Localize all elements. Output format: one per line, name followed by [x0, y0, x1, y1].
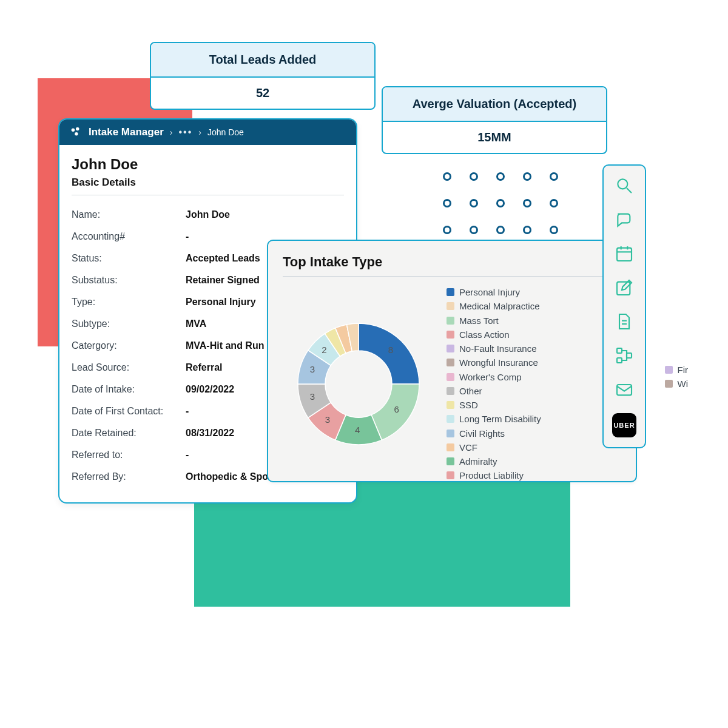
legend-swatch — [447, 288, 454, 296]
total-leads-value: 52 — [151, 78, 374, 109]
legend-swatch — [447, 430, 454, 437]
legend-label: Mass Tort — [459, 314, 499, 328]
detail-value: Referral — [186, 362, 222, 373]
calendar-icon[interactable] — [614, 243, 635, 264]
edit-icon[interactable] — [614, 277, 635, 298]
svg-line-4 — [627, 188, 632, 193]
record-name-heading: John Doe — [72, 156, 344, 173]
avg-valuation-value: 15MM — [383, 122, 606, 153]
donut-slice — [359, 323, 419, 384]
detail-label: Catergory: — [72, 340, 181, 351]
detail-value: MVA-Hit and Run — [186, 340, 264, 351]
detail-label: Accounting# — [72, 231, 181, 242]
legend-swatch — [447, 317, 454, 325]
svg-rect-13 — [627, 353, 632, 358]
legend-swatch — [447, 345, 454, 352]
total-leads-title: Total Leads Added — [151, 43, 374, 78]
quick-action-sidebar: UBER — [602, 164, 646, 448]
uber-app-icon[interactable]: UBER — [612, 413, 636, 437]
legend-swatch — [447, 457, 454, 465]
legend-label: Civil Rights — [459, 426, 505, 440]
detail-value: - — [186, 450, 189, 460]
legend-swatch — [447, 401, 454, 409]
legend-swatch — [447, 331, 454, 339]
legend-label: VCF — [459, 440, 477, 454]
svg-rect-9 — [617, 282, 630, 295]
detail-value: 08/31/2022 — [186, 428, 234, 439]
legend-item: Long Term Disability — [447, 412, 541, 426]
app-title: Intake Manager — [89, 126, 164, 138]
decorative-dot-grid — [443, 172, 558, 234]
svg-rect-12 — [617, 348, 622, 353]
detail-row: Name:John Doe — [72, 204, 344, 226]
legend-label: Medical Malpractice — [459, 299, 540, 313]
chat-icon[interactable] — [614, 209, 635, 230]
legend-label: Wrongful Insurance — [459, 356, 538, 369]
intake-header: Intake Manager › ••• › John Doe — [59, 120, 356, 145]
legend-swatch — [447, 471, 454, 479]
mail-icon[interactable] — [614, 379, 635, 400]
detail-label: Type: — [72, 297, 181, 308]
legend-swatch — [447, 443, 454, 451]
svg-point-1 — [76, 127, 79, 131]
legend-label: Wi — [678, 377, 689, 391]
detail-value: Accepted Leads — [186, 253, 260, 264]
search-icon[interactable] — [614, 175, 635, 196]
chart-legend: Personal InjuryMedical MalpracticeMass T… — [447, 285, 541, 483]
legend-label: Worker's Comp — [459, 370, 522, 384]
detail-label: Lead Source: — [72, 362, 181, 373]
legend-label: Fir — [678, 363, 689, 377]
chart-title: Top Intake Type — [283, 254, 621, 277]
legend-item: Mass Tort — [447, 314, 541, 328]
legend-item: Class Action — [447, 328, 541, 342]
legend-item: VCF — [447, 440, 541, 454]
legend-label: No-Fault Insurance — [459, 342, 537, 356]
document-icon[interactable] — [614, 311, 635, 332]
detail-value: John Doe — [186, 209, 230, 220]
detail-label: Referred By: — [72, 471, 181, 482]
detail-value: Retainer Signed — [186, 275, 260, 286]
legend-item: Wi — [665, 377, 689, 391]
legend-swatch — [447, 387, 454, 395]
legend-swatch — [665, 366, 673, 374]
legend-swatch — [665, 380, 673, 388]
breadcrumb-separator-icon: › — [198, 127, 201, 137]
detail-label: Referred to: — [72, 450, 181, 460]
detail-label: Name: — [72, 209, 181, 220]
detail-label: Date of Intake: — [72, 384, 181, 395]
detail-label: Substatus: — [72, 275, 181, 286]
top-intake-type-card: Top Intake Type 8643332 Personal InjuryM… — [267, 240, 637, 482]
legend-item: Wrongful Insurance — [447, 356, 541, 369]
legend-label: Other — [459, 384, 482, 398]
legend-item: Other — [447, 384, 541, 398]
legend-label: Admiralty — [459, 454, 497, 468]
legend-item: Product Liability — [447, 468, 541, 482]
svg-rect-5 — [617, 248, 632, 261]
legend-swatch — [447, 415, 454, 423]
total-leads-card: Total Leads Added 52 — [150, 42, 376, 110]
detail-label: Subtype: — [72, 318, 181, 329]
secondary-legend: FirWi — [665, 363, 689, 391]
svg-rect-14 — [617, 358, 622, 363]
legend-item: Personal Injury — [447, 285, 541, 299]
breadcrumb-ellipsis[interactable]: ••• — [178, 127, 192, 138]
legend-item: Medical Malpractice — [447, 299, 541, 313]
avg-valuation-title: Averge Valuation (Accepted) — [383, 87, 606, 122]
breadcrumb-current: John Doe — [207, 127, 244, 137]
svg-point-2 — [75, 132, 78, 136]
legend-swatch — [447, 359, 454, 366]
app-logo-icon — [69, 126, 83, 139]
donut-chart: 8643332 — [283, 308, 434, 460]
legend-item: Admiralty — [447, 454, 541, 468]
legend-swatch — [447, 373, 454, 381]
svg-point-0 — [72, 129, 75, 132]
legend-swatch — [447, 302, 454, 310]
avg-valuation-card: Averge Valuation (Accepted) 15MM — [382, 86, 607, 154]
legend-label: Product Liability — [459, 468, 524, 482]
svg-point-3 — [618, 179, 627, 189]
detail-label: Date of First Contact: — [72, 406, 181, 417]
detail-value: 09/02/2022 — [186, 384, 234, 395]
legend-item: Worker's Comp — [447, 370, 541, 384]
legend-item: SSD — [447, 398, 541, 412]
workflow-icon[interactable] — [614, 345, 635, 366]
